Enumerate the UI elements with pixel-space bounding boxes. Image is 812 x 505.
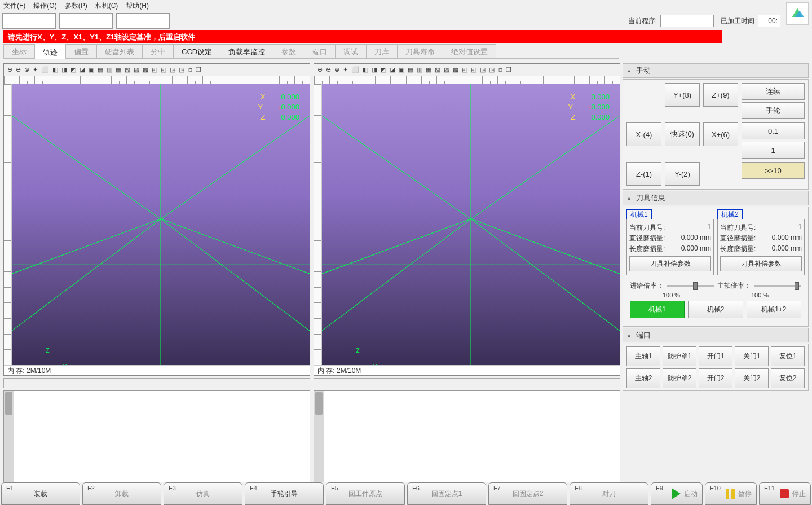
vp-tool-icon[interactable]: ▧ bbox=[125, 66, 130, 73]
vp-tool-icon[interactable]: ▤ bbox=[408, 66, 413, 73]
port-open-2[interactable]: 开门2 bbox=[699, 368, 732, 388]
port-close-2[interactable]: 关门2 bbox=[735, 368, 769, 388]
fkey-f11-stop[interactable]: F11停止 bbox=[759, 482, 811, 505]
port-open-1[interactable]: 开门1 bbox=[699, 346, 732, 366]
fkey-f9-start[interactable]: F9启动 bbox=[651, 482, 703, 505]
port-guard-1[interactable]: 防护罩1 bbox=[663, 346, 696, 366]
jog-step-1[interactable]: 1 bbox=[742, 142, 805, 159]
vp-tool-icon[interactable]: ▣ bbox=[89, 66, 94, 73]
jog-y-minus[interactable]: Y-(2) bbox=[665, 162, 700, 186]
menu-file[interactable]: 文件(F) bbox=[3, 1, 25, 11]
vp-tool-icon[interactable]: ⊕ bbox=[7, 66, 12, 73]
jog-z-minus[interactable]: Z-(1) bbox=[626, 162, 661, 186]
vp-tool-icon[interactable]: ⊗ bbox=[334, 66, 339, 73]
port-guard-2[interactable]: 防护罩2 bbox=[663, 368, 696, 388]
vp-tool-icon[interactable]: ◪ bbox=[80, 66, 85, 73]
port-close-1[interactable]: 关门1 bbox=[735, 346, 769, 366]
jog-rapid[interactable]: 快速(0) bbox=[665, 122, 700, 146]
machine-2-button[interactable]: 机械2 bbox=[688, 301, 743, 318]
vp-tool-icon[interactable]: ▤ bbox=[98, 66, 103, 73]
viewport-1-toolbar[interactable]: ⊕⊖⊗✦⬜◧◨◩◪▣▤▥▦▧▨▩◰◱◲◳⧉❐ bbox=[4, 64, 310, 76]
vp-tool-icon[interactable]: ◨ bbox=[372, 66, 377, 73]
fkey-f4-handwheel[interactable]: F4手轮引导 bbox=[245, 482, 324, 505]
vp-tool-icon[interactable]: ◰ bbox=[462, 66, 467, 73]
top-input-3[interactable] bbox=[116, 13, 170, 29]
scrollbar[interactable] bbox=[314, 391, 324, 482]
vp-tool-icon[interactable]: ◱ bbox=[471, 66, 476, 73]
vp-tool-icon[interactable]: ◪ bbox=[390, 66, 395, 73]
fkey-f7-fixed2[interactable]: F7回固定点2 bbox=[488, 482, 567, 505]
vp-tool-icon[interactable]: ▩ bbox=[453, 66, 458, 73]
tab-offset[interactable]: 偏置 bbox=[65, 44, 97, 58]
fkey-f8-toolset[interactable]: F8对刀 bbox=[570, 482, 648, 505]
tab-param[interactable]: 参数 bbox=[273, 44, 304, 58]
vp-tool-icon[interactable]: ⊖ bbox=[16, 66, 21, 73]
viewport-2-toolbar[interactable]: ⊕⊖⊗✦⬜◧◨◩◪▣▤▥▦▧▨▩◰◱◲◳⧉❐ bbox=[314, 64, 620, 76]
tab-debug[interactable]: 调试 bbox=[335, 44, 367, 58]
menu-camera[interactable]: 相机(C) bbox=[95, 1, 118, 11]
vp-tool-icon[interactable]: ⊗ bbox=[24, 66, 29, 73]
vp-tool-icon[interactable]: ◳ bbox=[489, 66, 495, 73]
port-spindle-2[interactable]: 主轴2 bbox=[626, 368, 660, 388]
spindle-rate-slider[interactable] bbox=[754, 285, 801, 287]
jog-x-minus[interactable]: X-(4) bbox=[626, 122, 661, 146]
vp-tool-icon[interactable]: ▨ bbox=[134, 66, 139, 73]
viewport-1-canvas[interactable]: X0.000 Y-0.000 Z0.000 bbox=[12, 84, 310, 365]
vp-tool-icon[interactable]: ◲ bbox=[480, 66, 486, 73]
vp-tool-icon[interactable]: ❐ bbox=[506, 66, 511, 73]
jog-mode-handwheel[interactable]: 手轮 bbox=[742, 102, 805, 119]
jog-step-0-1[interactable]: 0.1 bbox=[742, 122, 805, 139]
vp-tool-icon[interactable]: ◰ bbox=[152, 66, 157, 73]
tab-ccd[interactable]: CCD设定 bbox=[173, 44, 220, 58]
machine-1-button[interactable]: 机械1 bbox=[630, 301, 685, 318]
vp-tool-icon[interactable]: ⬜ bbox=[351, 66, 359, 73]
jog-x-plus[interactable]: X+(6) bbox=[703, 122, 738, 146]
fkey-f2-unload[interactable]: F2卸载 bbox=[82, 482, 161, 505]
fkey-f1-load[interactable]: F1装载 bbox=[1, 482, 80, 505]
fkey-f6-fixed1[interactable]: F6回固定点1 bbox=[407, 482, 486, 505]
tool-comp-params-2[interactable]: 刀具补偿参数 bbox=[720, 256, 802, 271]
log-pane-1[interactable] bbox=[3, 390, 310, 482]
fkey-f10-pause[interactable]: F10暂停 bbox=[705, 482, 757, 505]
port-panel-header[interactable]: 端口 bbox=[623, 328, 809, 342]
tab-trajectory[interactable]: 轨迹 bbox=[34, 45, 66, 59]
fkey-f5-workorigin[interactable]: F5回工件原点 bbox=[326, 482, 405, 505]
vp-tool-icon[interactable]: ▧ bbox=[435, 66, 440, 73]
tab-port[interactable]: 端口 bbox=[304, 44, 336, 58]
jog-mode-continuous[interactable]: 连续 bbox=[742, 83, 805, 100]
vp-tool-icon[interactable]: ◩ bbox=[381, 66, 386, 73]
feed-rate-slider[interactable] bbox=[667, 285, 714, 287]
manual-panel-header[interactable]: 手动 bbox=[623, 63, 809, 78]
vp-tool-icon[interactable]: ⊕ bbox=[317, 66, 323, 73]
vp-tool-icon[interactable]: ⊖ bbox=[326, 66, 331, 73]
machine-1-2-button[interactable]: 机械1+2 bbox=[747, 301, 801, 318]
jog-step-10[interactable]: >>10 bbox=[742, 162, 805, 179]
port-reset-2[interactable]: 复位2 bbox=[771, 368, 805, 388]
vp-tool-icon[interactable]: ▥ bbox=[417, 66, 422, 73]
toolinfo-panel-header[interactable]: 刀具信息 bbox=[623, 191, 809, 205]
vp-tool-icon[interactable]: ◨ bbox=[61, 66, 67, 73]
port-spindle-1[interactable]: 主轴1 bbox=[626, 346, 660, 366]
viewport-2-canvas[interactable]: X0.000 Y-0.000 Z0.000 bbox=[322, 84, 620, 365]
vp-tool-icon[interactable]: ⬜ bbox=[41, 66, 49, 73]
menu-params[interactable]: 参数(P) bbox=[65, 1, 87, 11]
scrollbar[interactable] bbox=[4, 391, 14, 482]
port-reset-1[interactable]: 复位1 bbox=[771, 346, 805, 366]
tab-load[interactable]: 负载率监控 bbox=[220, 44, 273, 58]
vp-tool-icon[interactable]: ▨ bbox=[444, 66, 449, 73]
top-input-2[interactable] bbox=[59, 13, 113, 29]
jog-z-plus[interactable]: Z+(9) bbox=[703, 83, 738, 107]
vp-tool-icon[interactable]: ◱ bbox=[161, 66, 166, 73]
menu-operate[interactable]: 操作(O) bbox=[33, 1, 56, 11]
vp-tool-icon[interactable]: ▦ bbox=[116, 66, 121, 73]
jog-y-plus[interactable]: Y+(8) bbox=[665, 83, 700, 107]
tab-disk[interactable]: 硬盘列表 bbox=[96, 44, 143, 58]
log-pane-2[interactable] bbox=[314, 390, 620, 482]
vp-tool-icon[interactable]: ◳ bbox=[179, 66, 184, 73]
vp-tool-icon[interactable]: ▣ bbox=[399, 66, 404, 73]
menu-help[interactable]: 帮助(H) bbox=[126, 1, 149, 11]
vp-tool-icon[interactable]: ▩ bbox=[143, 66, 148, 73]
vp-tool-icon[interactable]: ❐ bbox=[196, 66, 201, 73]
tool-comp-params-1[interactable]: 刀具补偿参数 bbox=[629, 256, 711, 271]
fkey-f3-sim[interactable]: F3仿真 bbox=[164, 482, 242, 505]
